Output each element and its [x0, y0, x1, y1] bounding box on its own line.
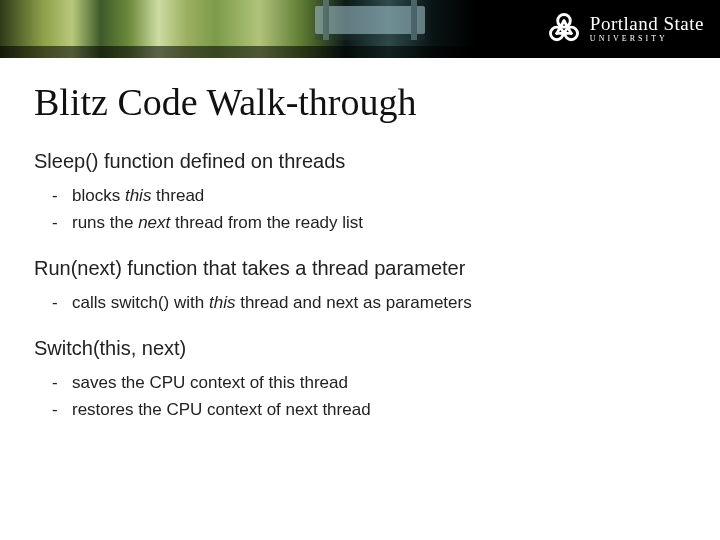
list-item: runs the next thread from the ready list: [72, 212, 686, 235]
university-logo: Portland State UNIVERSITY: [546, 10, 704, 46]
psu-interlock-icon: [546, 10, 582, 46]
bullet-text: calls switch() with: [72, 293, 209, 312]
bullet-em: this: [125, 186, 151, 205]
header-banner: Portland State UNIVERSITY: [0, 0, 720, 58]
section-run: Run(next) function that takes a thread p…: [34, 257, 686, 315]
slide: Portland State UNIVERSITY Blitz Code Wal…: [0, 0, 720, 540]
bullet-text: saves the CPU context of this thread: [72, 373, 348, 392]
bullet-text: restores the CPU context of next thread: [72, 400, 371, 419]
bullet-text: thread and next as parameters: [235, 293, 471, 312]
bullet-text: runs the: [72, 213, 138, 232]
slide-title: Blitz Code Walk-through: [34, 80, 686, 124]
slide-content: Blitz Code Walk-through Sleep() function…: [0, 58, 720, 422]
section-sleep: Sleep() function defined on threads bloc…: [34, 150, 686, 235]
logo-name: Portland State: [590, 13, 704, 34]
bullet-em: next: [138, 213, 170, 232]
list-item: saves the CPU context of this thread: [72, 372, 686, 395]
list-item: blocks this thread: [72, 185, 686, 208]
section-heading: Switch(this, next): [34, 337, 686, 360]
bullet-text: thread from the ready list: [170, 213, 363, 232]
section-heading: Sleep() function defined on threads: [34, 150, 686, 173]
bullet-list: blocks this thread runs the next thread …: [34, 185, 686, 235]
bullet-em: this: [209, 293, 235, 312]
bullet-text: thread: [151, 186, 204, 205]
bullet-text: blocks: [72, 186, 125, 205]
bullet-list: saves the CPU context of this thread res…: [34, 372, 686, 422]
logo-text: Portland State UNIVERSITY: [590, 14, 704, 43]
banner-photo-bridge: [315, 6, 425, 34]
list-item: restores the CPU context of next thread: [72, 399, 686, 422]
list-item: calls switch() with this thread and next…: [72, 292, 686, 315]
banner-shadow: [0, 46, 720, 58]
section-switch: Switch(this, next) saves the CPU context…: [34, 337, 686, 422]
logo-subname: UNIVERSITY: [590, 35, 704, 43]
section-heading: Run(next) function that takes a thread p…: [34, 257, 686, 280]
bullet-list: calls switch() with this thread and next…: [34, 292, 686, 315]
